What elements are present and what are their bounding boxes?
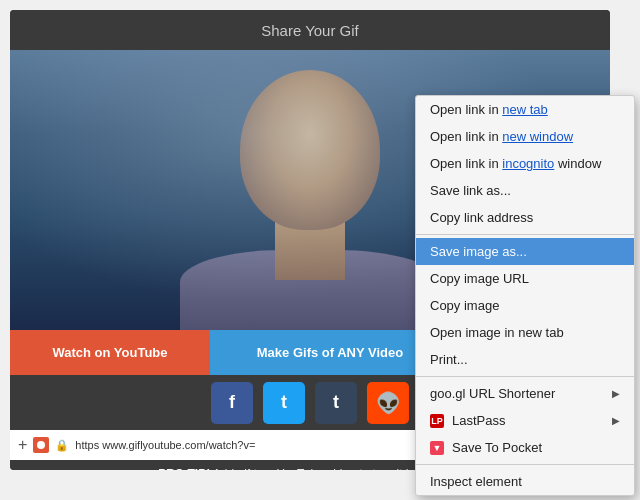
twitter-share-button[interactable]: t: [263, 382, 305, 424]
context-lastpass-label: LastPass: [452, 413, 505, 428]
context-divider-1: [416, 234, 634, 235]
submenu-arrow-icon: ▶: [612, 388, 620, 399]
context-save-pocket[interactable]: ▼ Save To Pocket: [416, 434, 634, 461]
tumblr-share-button[interactable]: t: [315, 382, 357, 424]
context-pocket-label: Save To Pocket: [452, 440, 542, 455]
context-goo-gl-label: goo.gl URL Shortener: [430, 386, 555, 401]
watch-youtube-button[interactable]: Watch on YouTube: [10, 330, 210, 375]
make-gifs-button[interactable]: Make Gifs of ANY Video: [210, 330, 450, 375]
lock-icon: 🔒: [55, 439, 69, 452]
facebook-icon: f: [229, 392, 235, 413]
context-open-incognito[interactable]: Open link in incognito window: [416, 150, 634, 177]
twitter-icon: t: [281, 392, 287, 413]
context-divider-3: [416, 464, 634, 465]
context-divider-2: [416, 376, 634, 377]
context-open-new-window[interactable]: Open link in new window: [416, 123, 634, 150]
context-save-image-as[interactable]: Save image as...: [416, 238, 634, 265]
browser-icon-inner: [37, 441, 45, 449]
page-title: Share Your Gif: [261, 22, 359, 39]
context-save-link-as[interactable]: Save link as...: [416, 177, 634, 204]
tumblr-icon: t: [333, 392, 339, 413]
context-print[interactable]: Print...: [416, 346, 634, 373]
context-open-new-tab[interactable]: Open link in new tab: [416, 96, 634, 123]
context-copy-image-url[interactable]: Copy image URL: [416, 265, 634, 292]
reddit-share-button[interactable]: 👽: [367, 382, 409, 424]
reddit-icon: 👽: [376, 391, 401, 415]
context-goo-gl[interactable]: goo.gl URL Shortener ▶: [416, 380, 634, 407]
context-copy-link[interactable]: Copy link address: [416, 204, 634, 231]
context-lastpass-row: LP LastPass: [430, 413, 505, 428]
lastpass-submenu-arrow: ▶: [612, 415, 620, 426]
browser-icon: [33, 437, 49, 453]
facebook-share-button[interactable]: f: [211, 382, 253, 424]
context-lastpass[interactable]: LP LastPass ▶: [416, 407, 634, 434]
context-menu: Open link in new tab Open link in new wi…: [415, 95, 635, 496]
context-copy-image[interactable]: Copy image: [416, 292, 634, 319]
context-pocket-row: ▼ Save To Pocket: [430, 440, 620, 455]
title-bar: Share Your Gif: [10, 10, 610, 50]
pro-tip-label: PRO TIP!: [158, 467, 210, 470]
lastpass-icon: LP: [430, 414, 444, 428]
pocket-icon: ▼: [430, 441, 444, 455]
context-inspect[interactable]: Inspect element: [416, 468, 634, 495]
context-open-image-tab[interactable]: Open image in new tab: [416, 319, 634, 346]
add-bookmark-icon[interactable]: +: [18, 436, 27, 454]
